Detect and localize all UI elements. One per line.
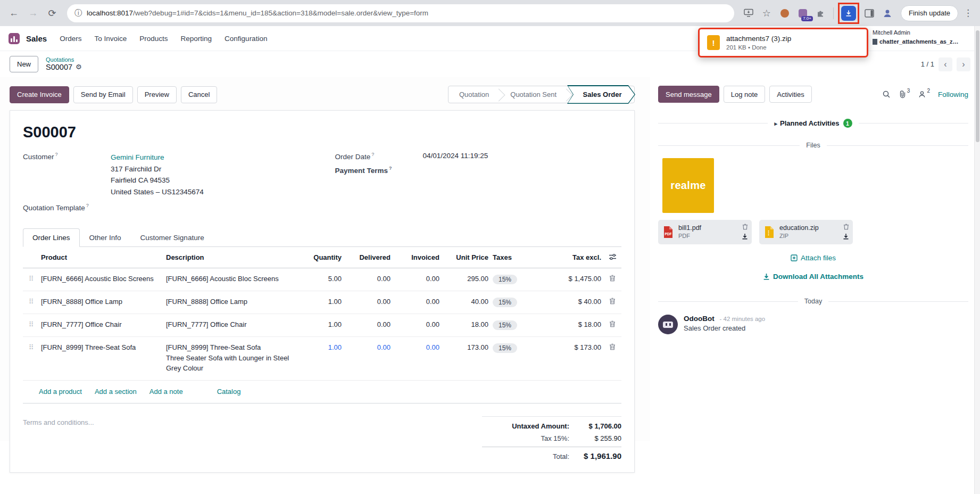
cancel-button[interactable]: Cancel (181, 86, 217, 103)
create-invoice-button[interactable]: Create Invoice (10, 86, 69, 103)
cell-quantity[interactable]: 1.00 (297, 291, 344, 312)
new-button[interactable]: New (10, 56, 38, 72)
pager-next-icon[interactable]: › (957, 57, 970, 71)
attachments-icon[interactable]: 3 (899, 90, 910, 98)
cell-quantity[interactable]: 5.00 (297, 268, 344, 289)
delete-row-icon[interactable] (603, 268, 621, 288)
tax-badge[interactable]: 15% (493, 298, 517, 307)
tab-order-lines[interactable]: Order Lines (23, 228, 80, 247)
drag-handle-icon[interactable]: ⠿ (23, 337, 39, 358)
message-author[interactable]: OdooBot (684, 315, 715, 323)
download-all-attachments-link[interactable]: Download All Attachments (763, 273, 863, 281)
scrollbar-thumb[interactable] (976, 30, 979, 142)
col-unit-price[interactable]: Unit Price (442, 247, 491, 268)
delete-row-icon[interactable] (603, 314, 621, 334)
cell-invoiced[interactable]: 0.00 (393, 337, 442, 358)
col-quantity[interactable]: Quantity (297, 247, 344, 268)
col-taxes[interactable]: Taxes (491, 247, 552, 268)
terms-placeholder[interactable]: Terms and conditions... (23, 416, 94, 426)
followers-icon[interactable]: 2 (918, 90, 930, 98)
following-button[interactable]: Following (938, 90, 968, 98)
add-section-link[interactable]: Add a section (95, 388, 137, 396)
menu-products[interactable]: Products (139, 35, 168, 43)
delete-row-icon[interactable] (603, 291, 621, 311)
tab-customer-signature[interactable]: Customer Signature (131, 228, 214, 247)
menu-orders[interactable]: Orders (60, 35, 81, 43)
delete-attachment-icon[interactable] (742, 223, 748, 232)
col-description[interactable]: Description (164, 247, 297, 268)
table-row[interactable]: ⠿ [FURN_6666] Acoustic Bloc Screens [FUR… (23, 268, 621, 291)
status-quotation[interactable]: Quotation (449, 86, 500, 103)
add-note-link[interactable]: Add a note (150, 388, 183, 396)
attach-files-link[interactable]: Attach files (791, 254, 836, 262)
cell-delivered[interactable]: 0.00 (344, 268, 393, 289)
tax-badge[interactable]: 15% (493, 320, 517, 330)
cell-description[interactable]: [FURN_8888] Office Lamp (164, 291, 297, 312)
cell-invoiced[interactable]: 0.00 (393, 291, 442, 312)
menu-to-invoice[interactable]: To Invoice (94, 35, 127, 43)
send-by-email-button[interactable]: Send by Email (73, 86, 133, 103)
cell-quantity[interactable]: 1.00 (297, 314, 344, 335)
send-message-button[interactable]: Send message (658, 86, 719, 103)
col-subtotal[interactable]: Tax excl. (552, 247, 603, 268)
profile-avatar-icon[interactable] (879, 5, 895, 21)
bookmark-star-icon[interactable]: ☆ (759, 5, 775, 21)
extension-icon-2[interactable]: 7.0+ (795, 5, 811, 21)
status-sales-order[interactable]: Sales Order (567, 86, 635, 103)
planned-activities-header[interactable]: ▸Planned Activities1 (658, 119, 968, 128)
side-panel-icon[interactable] (861, 5, 877, 21)
table-row[interactable]: ⠿ [FURN_8888] Office Lamp [FURN_8888] Of… (23, 291, 621, 314)
preview-button[interactable]: Preview (137, 86, 177, 103)
download-attachment-icon[interactable] (843, 232, 849, 242)
cell-invoiced[interactable]: 0.00 (393, 268, 442, 289)
drag-handle-icon[interactable]: ⠿ (23, 314, 39, 335)
browser-menu-icon[interactable]: ⋮ (960, 7, 975, 19)
back-button[interactable]: ← (5, 5, 22, 22)
drag-handle-icon[interactable]: ⠿ (23, 268, 39, 289)
finish-update-button[interactable]: Finish update (901, 5, 958, 21)
drag-handle-icon[interactable]: ⠿ (23, 291, 39, 312)
tab-other-info[interactable]: Other Info (80, 228, 131, 247)
tax-badge[interactable]: 15% (493, 343, 517, 353)
status-quotation-sent[interactable]: Quotation Sent (500, 86, 567, 103)
download-popup[interactable]: ! attachments7 (3).zip 201 KB • Done (698, 28, 868, 57)
cell-unit-price[interactable]: 295.00 (442, 268, 491, 289)
order-date-field[interactable]: 04/01/2024 11:19:25 (423, 152, 622, 160)
col-invoiced[interactable]: Invoiced (393, 247, 442, 268)
add-product-link[interactable]: Add a product (39, 388, 82, 396)
col-product[interactable]: Product (39, 247, 164, 268)
action-gear-icon[interactable]: ⚙ (76, 63, 82, 71)
install-app-icon[interactable] (741, 5, 757, 21)
download-attachment-icon[interactable] (742, 232, 748, 242)
tax-badge[interactable]: 15% (493, 275, 517, 284)
downloads-icon[interactable] (841, 6, 856, 21)
customer-link[interactable]: Gemini Furniture (111, 153, 164, 161)
page-scrollbar[interactable] (974, 26, 980, 494)
cell-description[interactable]: [FURN_6666] Acoustic Bloc Screens (164, 268, 297, 289)
shelf-file[interactable]: chatter_attachments_as_z… (873, 38, 979, 45)
breadcrumb-quotations[interactable]: Quotations (46, 56, 82, 63)
user-name[interactable]: Mitchell Admin (873, 29, 979, 36)
cell-unit-price[interactable]: 173.00 (442, 337, 491, 358)
cell-product[interactable]: [FURN_6666] Acoustic Bloc Screens (39, 268, 164, 289)
sales-app-icon[interactable] (9, 33, 20, 44)
app-name[interactable]: Sales (26, 34, 47, 43)
menu-reporting[interactable]: Reporting (181, 35, 212, 43)
delete-row-icon[interactable] (603, 337, 621, 357)
catalog-link[interactable]: Catalog (217, 388, 241, 396)
delete-attachment-icon[interactable] (843, 223, 849, 232)
cell-product[interactable]: [FURN_8888] Office Lamp (39, 291, 164, 312)
cell-unit-price[interactable]: 18.00 (442, 314, 491, 335)
cell-description[interactable]: [FURN_7777] Office Chair (164, 314, 297, 335)
cell-delivered[interactable]: 0.00 (344, 314, 393, 335)
table-row[interactable]: ⠿ [FURN_7777] Office Chair [FURN_7777] O… (23, 314, 621, 337)
cell-delivered[interactable]: 0.00 (344, 337, 393, 358)
cell-product[interactable]: [FURN_8999] Three-Seat Sofa (39, 337, 164, 358)
cell-delivered[interactable]: 0.00 (344, 291, 393, 312)
attachment-card-pdf[interactable]: PDF bill1.pdf PDF (658, 220, 752, 244)
cell-product[interactable]: [FURN_7777] Office Chair (39, 314, 164, 335)
extensions-puzzle-icon[interactable] (813, 5, 829, 21)
search-messages-icon[interactable] (882, 90, 891, 98)
url-bar[interactable]: ⓘ localhost:8017/web?debug=1#id=7&cids=1… (67, 4, 734, 22)
site-info-icon[interactable]: ⓘ (74, 9, 82, 18)
